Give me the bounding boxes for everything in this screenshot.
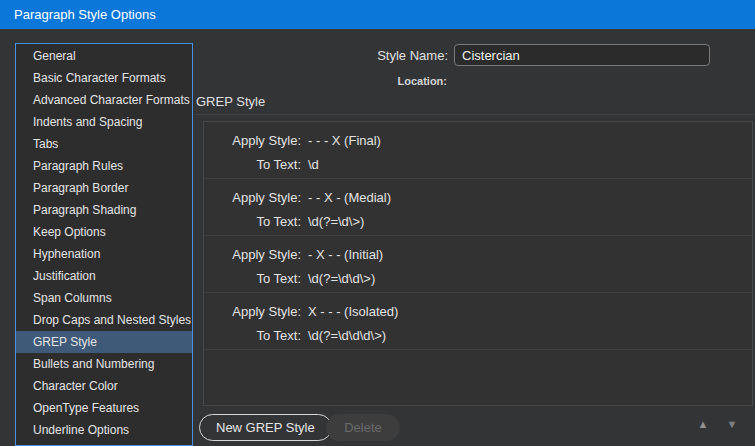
to-text-label: To Text: [204, 324, 301, 348]
move-down-icon[interactable]: ▼ [723, 416, 741, 432]
to-text-value[interactable]: \d(?=\d\d\d\>) [308, 324, 386, 348]
grep-style-list: Apply Style: - - - X (Final) To Text: \d… [203, 121, 753, 406]
sidebar-item-grep-style[interactable]: GREP Style [16, 331, 192, 353]
apply-style-label: Apply Style: [204, 300, 301, 324]
sidebar-item-opentype-features[interactable]: OpenType Features [16, 397, 192, 419]
title-bar: Paragraph Style Options [0, 0, 755, 29]
delete-button[interactable]: Delete [326, 414, 400, 441]
section-title: GREP Style [196, 94, 265, 109]
to-text-value[interactable]: \d [308, 153, 319, 177]
apply-style-value[interactable]: - - - X (Final) [308, 129, 381, 153]
style-name-input[interactable] [454, 44, 710, 66]
sidebar-item-advanced-character-formats[interactable]: Advanced Character Formats [16, 89, 192, 111]
sidebar-item-bullets-and-numbering[interactable]: Bullets and Numbering [16, 353, 192, 375]
sidebar-item-keep-options[interactable]: Keep Options [16, 221, 192, 243]
to-text-label: To Text: [204, 210, 301, 234]
sidebar-item-tabs[interactable]: Tabs [16, 133, 192, 155]
paragraph-style-options-dialog: { "window": { "title": "Paragraph Style … [0, 0, 755, 446]
sidebar-item-paragraph-rules[interactable]: Paragraph Rules [16, 155, 192, 177]
sidebar-item-drop-caps-and-nested-styles[interactable]: Drop Caps and Nested Styles [16, 309, 192, 331]
move-up-icon[interactable]: ▲ [694, 416, 712, 432]
sidebar-item-character-color[interactable]: Character Color [16, 375, 192, 397]
to-text-value[interactable]: \d(?=\d\d\>) [308, 267, 375, 291]
to-text-label: To Text: [204, 153, 301, 177]
style-name-label: Style Name: [340, 48, 448, 63]
sidebar-item-indents-and-spacing[interactable]: Indents and Spacing [16, 111, 192, 133]
sidebar-item-general[interactable]: General [16, 45, 192, 67]
apply-style-value[interactable]: - - X - (Medial) [308, 186, 391, 210]
grep-style-row[interactable]: Apply Style: - - X - (Medial) To Text: \… [204, 179, 752, 236]
sidebar-item-paragraph-border[interactable]: Paragraph Border [16, 177, 192, 199]
apply-style-label: Apply Style: [204, 186, 301, 210]
apply-style-label: Apply Style: [204, 243, 301, 267]
grep-style-row[interactable]: Apply Style: - X - - (Initial) To Text: … [204, 236, 752, 293]
apply-style-label: Apply Style: [204, 129, 301, 153]
to-text-label: To Text: [204, 267, 301, 291]
dialog-title: Paragraph Style Options [0, 0, 755, 29]
grep-style-row[interactable]: Apply Style: X - - - (Isolated) To Text:… [204, 293, 752, 350]
apply-style-value[interactable]: - X - - (Initial) [308, 243, 383, 267]
sidebar-item-justification[interactable]: Justification [16, 265, 192, 287]
sidebar-item-paragraph-shading[interactable]: Paragraph Shading [16, 199, 192, 221]
location-label: Location: [340, 75, 447, 87]
apply-style-value[interactable]: X - - - (Isolated) [308, 300, 398, 324]
sidebar-nav: General Basic Character Formats Advanced… [15, 43, 193, 446]
grep-style-row[interactable]: Apply Style: - - - X (Final) To Text: \d [204, 122, 752, 179]
sidebar-item-span-columns[interactable]: Span Columns [16, 287, 192, 309]
to-text-value[interactable]: \d(?=\d\>) [308, 210, 364, 234]
new-grep-style-button[interactable]: New GREP Style [199, 414, 332, 441]
sidebar-item-underline-options[interactable]: Underline Options [16, 419, 192, 441]
sidebar-item-basic-character-formats[interactable]: Basic Character Formats [16, 67, 192, 89]
sidebar-item-hyphenation[interactable]: Hyphenation [16, 243, 192, 265]
section-divider [196, 114, 755, 115]
